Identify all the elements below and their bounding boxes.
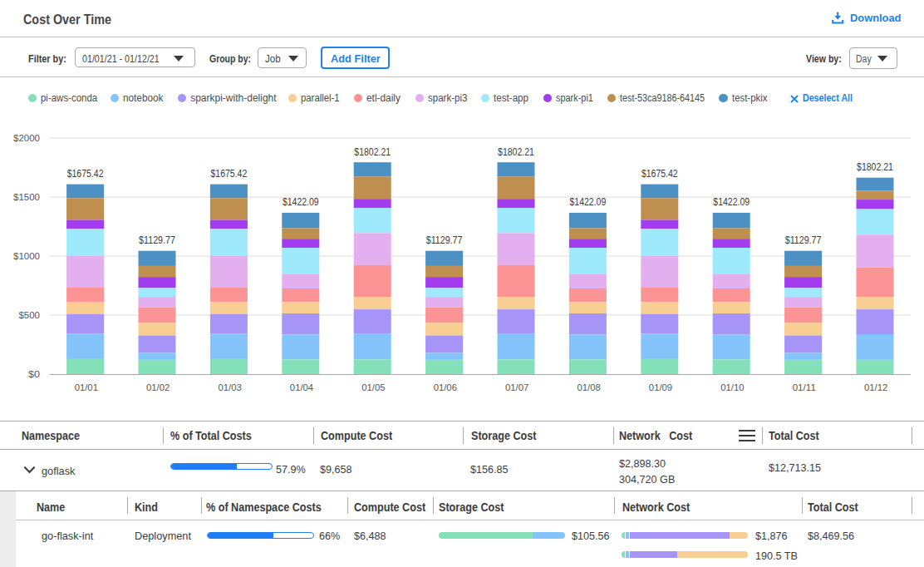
svg-text:$1422.09: $1422.09 <box>570 196 607 208</box>
svg-text:$1422.09: $1422.09 <box>713 196 750 208</box>
svg-text:01/05: 01/05 <box>361 382 386 392</box>
svg-text:01/10: 01/10 <box>720 382 745 392</box>
svg-text:01/04: 01/04 <box>290 382 314 392</box>
svg-text:$1802.21: $1802.21 <box>498 146 534 158</box>
svg-text:$500: $500 <box>19 309 41 320</box>
svg-text:$1675.42: $1675.42 <box>211 168 248 180</box>
svg-text:$1129.77: $1129.77 <box>785 234 822 246</box>
svg-text:01/01: 01/01 <box>75 382 98 392</box>
svg-text:01/07: 01/07 <box>505 382 528 392</box>
svg-text:01/06: 01/06 <box>434 382 457 392</box>
svg-text:$2000: $2000 <box>13 132 40 143</box>
svg-text:01/12: 01/12 <box>864 382 887 392</box>
svg-text:01/09: 01/09 <box>649 382 672 392</box>
svg-text:$1129.77: $1129.77 <box>426 234 463 246</box>
svg-text:01/08: 01/08 <box>577 382 600 392</box>
svg-text:$1500: $1500 <box>13 191 40 202</box>
svg-text:$1802.21: $1802.21 <box>354 146 391 158</box>
svg-text:$1675.42: $1675.42 <box>67 168 104 180</box>
svg-text:01/02: 01/02 <box>146 382 170 392</box>
svg-text:$1422.09: $1422.09 <box>283 196 319 208</box>
svg-text:$0: $0 <box>28 368 41 379</box>
svg-text:$1802.21: $1802.21 <box>857 161 893 173</box>
svg-text:$1129.77: $1129.77 <box>139 234 175 246</box>
svg-text:01/03: 01/03 <box>218 382 241 392</box>
svg-text:$1675.42: $1675.42 <box>641 168 678 180</box>
svg-text:01/11: 01/11 <box>793 382 816 392</box>
svg-text:$1000: $1000 <box>13 250 40 261</box>
